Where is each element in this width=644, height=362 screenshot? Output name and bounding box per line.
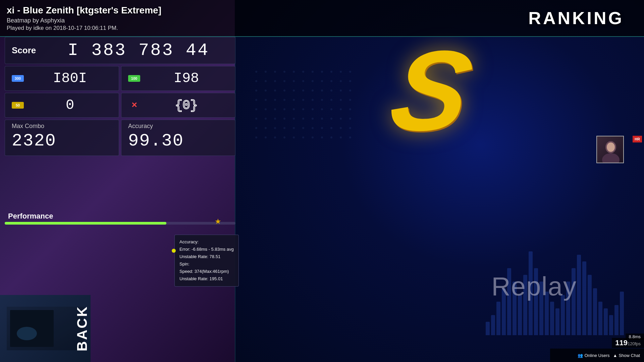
- svg-point-5: [302, 71, 304, 73]
- svg-point-61: [265, 118, 267, 120]
- bar-chart-item: [593, 288, 597, 335]
- svg-point-3: [283, 71, 285, 73]
- combo-label: Max Combo: [12, 123, 112, 130]
- ranking-label: RANKING: [528, 8, 624, 28]
- back-label: BACK: [74, 305, 90, 351]
- svg-point-79: [321, 127, 323, 129]
- hit-50-value: 0: [28, 97, 112, 113]
- svg-point-64: [293, 118, 295, 120]
- svg-point-27: [283, 89, 285, 92]
- combo-cell: Max Combo 2320: [5, 120, 119, 156]
- svg-point-65: [302, 118, 304, 120]
- svg-rect-103: [7, 307, 84, 350]
- svg-point-8: [330, 71, 332, 73]
- svg-point-18: [312, 80, 314, 82]
- hit-300-cell: 300 I80I: [5, 66, 119, 91]
- svg-point-16: [293, 80, 295, 82]
- svg-point-26: [274, 89, 276, 92]
- svg-point-19: [321, 80, 323, 82]
- svg-point-21: [340, 80, 342, 82]
- svg-point-85: [265, 136, 267, 138]
- online-users-label: Online Users: [584, 353, 609, 358]
- svg-point-6: [312, 71, 314, 73]
- svg-point-40: [293, 99, 295, 101]
- online-users: 👥 Online Users: [578, 353, 609, 358]
- svg-point-99: [607, 142, 615, 152]
- svg-point-41: [302, 99, 304, 101]
- svg-point-94: [349, 136, 351, 138]
- show-chat-button[interactable]: ▲ Show Chat: [613, 353, 640, 358]
- tooltip-speed-line: Speed: 374(Max:461rpm): [179, 268, 234, 275]
- svg-point-36: [255, 99, 257, 101]
- hit-100-value: I98: [144, 70, 228, 86]
- svg-point-29: [302, 89, 304, 92]
- played-by: Played by idke on 2018-10-17 10:06:11 PM…: [7, 25, 528, 32]
- svg-point-43: [321, 99, 323, 101]
- bar-chart-item: [555, 308, 559, 335]
- svg-point-46: [349, 99, 351, 101]
- score-row: Score I 383 783 44: [5, 37, 235, 64]
- svg-point-15: [283, 80, 285, 82]
- svg-point-39: [283, 99, 285, 101]
- hit-300-100-row: 300 I80I 100 I98: [5, 66, 235, 91]
- hit-miss-cell: ✕ {0}: [121, 93, 235, 118]
- song-title: xi - Blue Zenith [ktgster's Extreme]: [7, 5, 528, 16]
- svg-point-1: [265, 71, 267, 73]
- tooltip-accuracy-label: Accuracy:: [179, 238, 234, 246]
- bar-chart-item: [609, 315, 613, 335]
- bar-chart-item: [620, 292, 624, 335]
- svg-point-90: [312, 136, 314, 138]
- svg-point-91: [321, 136, 323, 138]
- svg-point-48: [255, 108, 257, 110]
- svg-point-69: [340, 118, 342, 120]
- svg-point-73: [265, 127, 267, 129]
- svg-point-80: [330, 127, 332, 129]
- svg-point-86: [274, 136, 276, 138]
- svg-point-49: [265, 108, 267, 110]
- svg-point-31: [321, 89, 323, 92]
- tooltip-spin-label: Spin:: [179, 260, 234, 268]
- svg-point-44: [330, 99, 332, 101]
- svg-point-0: [255, 71, 257, 73]
- score-label: Score: [12, 45, 49, 56]
- combo-accuracy-row: Max Combo 2320 Accuracy 99.30: [5, 120, 235, 156]
- replay-button[interactable]: Replay: [491, 271, 577, 302]
- svg-point-2: [274, 71, 276, 73]
- svg-point-92: [330, 136, 332, 138]
- svg-point-66: [312, 118, 314, 120]
- svg-point-22: [349, 80, 351, 82]
- bottom-bar: 👥 Online Users ▲ Show Chat: [550, 349, 644, 362]
- performance-section: Performance: [5, 212, 235, 227]
- svg-point-57: [340, 108, 342, 110]
- score-panel: Score I 383 783 44 300 I80I 100 I98 50 0…: [5, 37, 235, 158]
- tooltip-unstable-rate2: Unstable Rate: 195.01: [179, 275, 234, 283]
- svg-point-12: [255, 80, 257, 82]
- fps-max: 120fps: [628, 341, 641, 346]
- svg-point-74: [274, 127, 276, 129]
- svg-point-33: [340, 89, 342, 92]
- svg-point-76: [293, 127, 295, 129]
- svg-point-13: [265, 80, 267, 82]
- svg-point-37: [265, 99, 267, 101]
- score-value: I 383 783 44: [49, 41, 228, 60]
- svg-point-17: [302, 80, 304, 82]
- accuracy-tooltip: Accuracy: Error: -6.68ms - 5.83ms avg Un…: [174, 235, 239, 287]
- bar-chart-item: [588, 275, 592, 335]
- badge-300: 300: [12, 75, 24, 82]
- svg-point-51: [283, 108, 285, 110]
- header-text: xi - Blue Zenith [ktgster's Extreme] Bea…: [7, 5, 528, 32]
- svg-point-10: [349, 71, 351, 73]
- svg-point-78: [312, 127, 314, 129]
- latency-display: 8.8ms: [626, 334, 644, 340]
- svg-point-87: [283, 136, 285, 138]
- tooltip-indicator: [172, 249, 176, 253]
- beatmap-by: Beatmap by Asphyxia: [7, 17, 528, 24]
- combo-value: 2320: [12, 131, 112, 151]
- svg-point-77: [302, 127, 304, 129]
- back-button[interactable]: BACK: [0, 295, 91, 362]
- tooltip-unstable-rate: Unstable Rate: 78.51: [179, 253, 234, 260]
- badge-100: 100: [128, 75, 140, 82]
- svg-point-82: [349, 127, 351, 129]
- svg-point-88: [293, 136, 295, 138]
- bar-chart-item: [614, 305, 619, 335]
